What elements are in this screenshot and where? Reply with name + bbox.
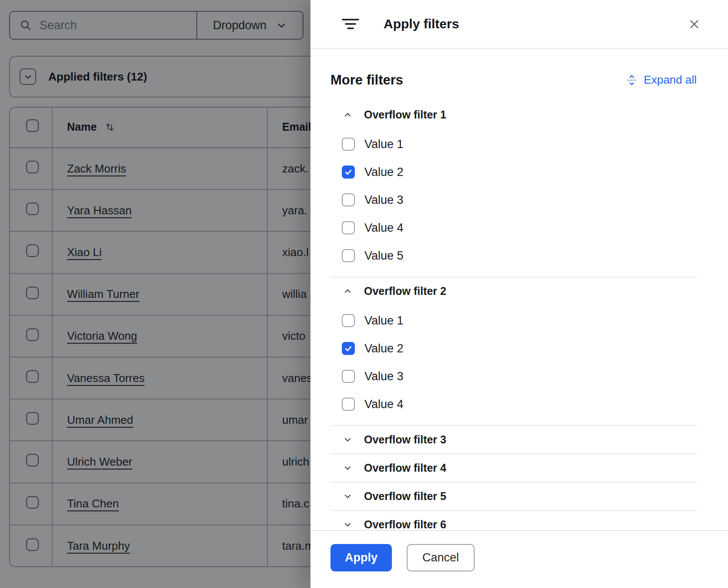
close-icon	[688, 18, 700, 30]
filter-option[interactable]: Value 4	[330, 390, 697, 418]
chevron-up-icon	[343, 110, 352, 119]
filter-section-label: Overflow filter 2	[364, 285, 446, 297]
filter-option-label: Value 5	[364, 249, 404, 263]
filter-section: Overflow filter 5	[330, 483, 697, 511]
filter-option[interactable]: Value 4	[330, 214, 697, 242]
filter-option-label: Value 3	[364, 193, 404, 207]
close-button[interactable]	[686, 16, 703, 33]
apply-button[interactable]: Apply	[330, 544, 392, 571]
filter-option[interactable]: Value 1	[330, 307, 697, 335]
filter-section-header[interactable]: Overflow filter 3	[330, 426, 697, 453]
filter-option-label: Value 2	[364, 166, 404, 179]
filter-section-label: Overflow filter 4	[364, 462, 446, 474]
filter-icon	[342, 17, 359, 31]
filter-section-header[interactable]: Overflow filter 5	[330, 483, 697, 510]
filter-option-label: Value 3	[364, 370, 404, 383]
filter-option[interactable]: Value 1	[330, 130, 697, 158]
filter-section-header[interactable]: Overflow filter 4	[330, 454, 697, 482]
checkbox-unchecked[interactable]	[342, 249, 355, 262]
chevron-down-icon	[343, 435, 352, 444]
filter-option-label: Value 4	[364, 221, 404, 235]
chevron-down-icon	[343, 520, 352, 529]
filter-section-label: Overflow filter 3	[364, 433, 446, 446]
modal-footer: Apply Cancel	[310, 530, 728, 588]
filter-options: Value 1Value 2Value 3Value 4Value 5	[330, 128, 697, 277]
chevron-up-icon	[343, 287, 352, 296]
filter-section-header[interactable]: Overflow filter 1	[330, 101, 697, 128]
filter-section-label: Overflow filter 1	[364, 108, 446, 121]
checkbox-checked[interactable]	[342, 342, 355, 355]
filter-option-label: Value 2	[364, 342, 404, 355]
filter-option[interactable]: Value 3	[330, 186, 697, 214]
checkbox-unchecked[interactable]	[342, 138, 355, 151]
filter-option[interactable]: Value 3	[330, 362, 697, 390]
chevron-down-icon	[343, 463, 352, 473]
filter-options: Value 1Value 2Value 3Value 4	[330, 305, 697, 425]
expand-all-label: Expand all	[644, 73, 697, 87]
modal-title: Apply filters	[384, 17, 459, 31]
filter-option[interactable]: Value 2	[330, 158, 697, 186]
filter-section: Overflow filter 6	[330, 511, 697, 530]
filter-section-label: Overflow filter 6	[364, 518, 446, 530]
checkbox-unchecked[interactable]	[342, 370, 355, 383]
more-filters-heading: More filters	[330, 72, 403, 88]
expand-all-link[interactable]: Expand all	[626, 73, 697, 87]
filter-section-label: Overflow filter 5	[364, 490, 446, 503]
expand-vertical-icon	[626, 74, 637, 86]
checkbox-unchecked[interactable]	[342, 398, 355, 411]
filter-section: Overflow filter 4	[330, 454, 697, 483]
checkbox-unchecked[interactable]	[342, 314, 355, 327]
filter-section-header[interactable]: Overflow filter 6	[330, 511, 697, 530]
filter-section-header[interactable]: Overflow filter 2	[330, 277, 697, 305]
filter-section: Overflow filter 2Value 1Value 2Value 3Va…	[330, 277, 697, 426]
cancel-button[interactable]: Cancel	[407, 544, 475, 571]
checkbox-unchecked[interactable]	[342, 221, 355, 234]
filter-option[interactable]: Value 5	[330, 242, 697, 270]
filter-option-label: Value 1	[364, 314, 404, 328]
modal-header: Apply filters	[310, 0, 728, 49]
filter-sections: Overflow filter 1Value 1Value 2Value 3Va…	[330, 101, 697, 530]
checkbox-checked[interactable]	[342, 166, 355, 179]
filter-section: Overflow filter 3	[330, 426, 697, 454]
filter-option[interactable]: Value 2	[330, 335, 697, 362]
filter-option-label: Value 1	[364, 138, 404, 151]
checkbox-unchecked[interactable]	[342, 193, 355, 206]
modal-body: More filters Expand all Overflow filter …	[310, 49, 728, 530]
apply-filters-modal: Apply filters More filters Expand a	[310, 0, 728, 588]
chevron-down-icon	[343, 492, 352, 501]
filter-option-label: Value 4	[364, 398, 404, 411]
filter-section: Overflow filter 1Value 1Value 2Value 3Va…	[330, 101, 697, 277]
